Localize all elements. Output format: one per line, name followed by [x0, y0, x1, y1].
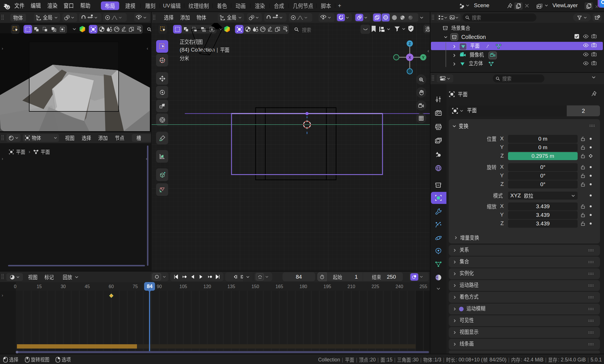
svg-text:180: 180 — [299, 284, 307, 289]
svg-text:240: 240 — [395, 284, 403, 289]
svg-text:255: 255 — [419, 284, 427, 289]
svg-text:195: 195 — [323, 284, 331, 289]
svg-text:X: X — [409, 55, 411, 60]
svg-text:90: 90 — [157, 284, 162, 289]
svg-text:135: 135 — [228, 284, 235, 289]
svg-text:Y: Y — [422, 55, 425, 60]
svg-text:120: 120 — [203, 284, 211, 289]
svg-text:Z: Z — [409, 42, 411, 46]
svg-text:30: 30 — [61, 284, 66, 289]
svg-text:75: 75 — [133, 284, 138, 289]
svg-text:165: 165 — [275, 284, 283, 289]
svg-text:150: 150 — [252, 284, 259, 289]
svg-text:45: 45 — [85, 284, 90, 289]
svg-text:210: 210 — [348, 284, 355, 289]
svg-text:60: 60 — [109, 284, 114, 289]
svg-text:15: 15 — [37, 284, 42, 289]
svg-text:225: 225 — [372, 284, 379, 289]
svg-text:0: 0 — [14, 284, 17, 289]
svg-text:105: 105 — [179, 284, 187, 289]
